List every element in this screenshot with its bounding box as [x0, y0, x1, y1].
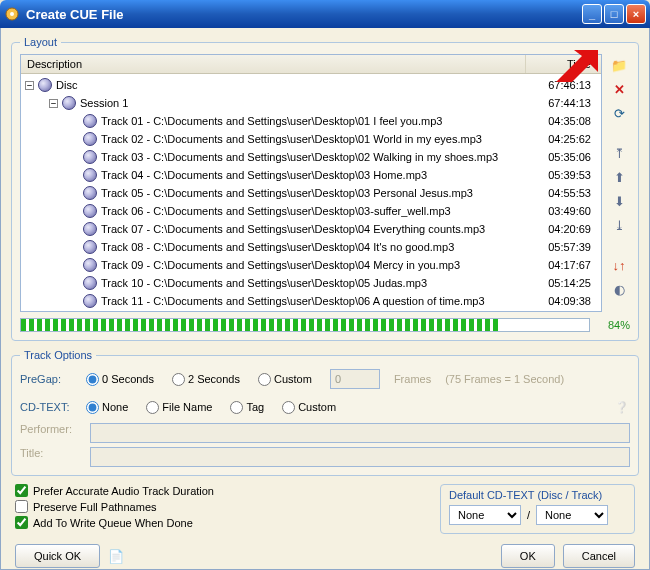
column-description[interactable]: Description [21, 55, 526, 73]
performer-input[interactable] [90, 423, 630, 443]
tree-body[interactable]: − Disc 67:46:13 − Session 1 [21, 74, 601, 310]
row-time: 04:17:67 [533, 259, 601, 271]
cancel-button[interactable]: Cancel [563, 544, 635, 568]
row-time: 04:20:69 [533, 223, 601, 235]
row-time: 67:44:13 [533, 97, 601, 109]
row-label: Track 11 - C:\Documents and Settings\use… [101, 295, 485, 307]
title-input[interactable] [90, 447, 630, 467]
tree-row-disc[interactable]: − Disc 67:46:13 [21, 76, 601, 94]
cdtext-tag-radio[interactable]: Tag [230, 401, 264, 414]
track-icon [83, 168, 97, 182]
refresh-button[interactable]: ⟳ [610, 104, 628, 122]
expander-icon[interactable]: − [49, 99, 58, 108]
tree-row-track[interactable]: Track 06 - C:\Documents and Settings\use… [21, 202, 601, 220]
ok-button[interactable]: OK [501, 544, 555, 568]
pregap-2s-radio[interactable]: 2 Seconds [172, 373, 240, 386]
capacity-progress [20, 318, 590, 332]
move-up-button[interactable]: ⬆ [610, 168, 628, 186]
open-folder-button[interactable]: 📁 [610, 56, 628, 74]
separator: / [527, 509, 530, 521]
track-icon [83, 294, 97, 308]
move-down-button[interactable]: ⬇ [610, 192, 628, 210]
quick-ok-button[interactable]: Quick OK [15, 544, 100, 568]
track-icon [83, 150, 97, 164]
default-cdtext-group: Default CD-TEXT (Disc / Track) None / No… [440, 484, 635, 534]
pregap-custom-radio[interactable]: Custom [258, 373, 312, 386]
tree-row-track[interactable]: Track 02 - C:\Documents and Settings\use… [21, 130, 601, 148]
tree-row-track[interactable]: Track 11 - C:\Documents and Settings\use… [21, 292, 601, 310]
row-label: Track 08 - C:\Documents and Settings\use… [101, 241, 454, 253]
move-top-button[interactable]: ⤒ [610, 144, 628, 162]
tree-row-track[interactable]: Track 04 - C:\Documents and Settings\use… [21, 166, 601, 184]
cdtext-label: CD-TEXT: [20, 401, 80, 413]
sort-button[interactable]: ↓↑ [610, 256, 628, 274]
track-tree[interactable]: Description Time − Disc 67:46:13 [20, 54, 602, 312]
row-time: 67:46:13 [533, 79, 601, 91]
add-write-queue-checkbox[interactable]: Add To Write Queue When Done [15, 516, 214, 529]
move-bottom-button[interactable]: ⤓ [610, 216, 628, 234]
default-disc-select[interactable]: None [449, 505, 521, 525]
track-options-group: Track Options PreGap: 0 Seconds 2 Second… [11, 349, 639, 476]
app-icon [4, 6, 20, 22]
track-icon [83, 114, 97, 128]
track-icon [83, 276, 97, 290]
row-time: 05:57:39 [533, 241, 601, 253]
pregap-custom-input[interactable] [330, 369, 380, 389]
cdtext-none-radio[interactable]: None [86, 401, 128, 414]
svg-point-1 [10, 12, 14, 16]
tree-row-session[interactable]: − Session 1 67:44:13 [21, 94, 601, 112]
row-time: 05:35:06 [533, 151, 601, 163]
performer-label: Performer: [20, 423, 80, 443]
side-toolbar: 📁 ✕ ⟳ ⤒ ⬆ ⬇ ⤓ ↓↑ ◐ [608, 54, 630, 312]
row-time: 04:25:62 [533, 133, 601, 145]
pregap-label: PreGap: [20, 373, 80, 385]
row-label: Track 07 - C:\Documents and Settings\use… [101, 223, 485, 235]
track-icon [83, 204, 97, 218]
row-time: 05:14:25 [533, 277, 601, 289]
row-time: 04:09:38 [533, 295, 601, 307]
tree-row-track[interactable]: Track 10 - C:\Documents and Settings\use… [21, 274, 601, 292]
close-button[interactable]: × [626, 4, 646, 24]
row-label: Track 04 - C:\Documents and Settings\use… [101, 169, 427, 181]
column-time[interactable]: Time [526, 55, 601, 73]
toggle-button[interactable]: ◐ [610, 280, 628, 298]
default-track-select[interactable]: None [536, 505, 608, 525]
help-icon[interactable]: ❔ [614, 399, 630, 415]
track-icon [83, 186, 97, 200]
expander-icon[interactable]: − [25, 81, 34, 90]
cdtext-filename-radio[interactable]: File Name [146, 401, 212, 414]
track-icon [83, 132, 97, 146]
prefer-accurate-checkbox[interactable]: Prefer Accurate Audio Track Duration [15, 484, 214, 497]
document-icon[interactable]: 📄 [108, 549, 124, 564]
frames-label: Frames [394, 373, 431, 385]
cdtext-custom-radio[interactable]: Custom [282, 401, 336, 414]
window-title: Create CUE File [26, 7, 582, 22]
tree-row-track[interactable]: Track 07 - C:\Documents and Settings\use… [21, 220, 601, 238]
layout-group: Layout Description Time − Disc [11, 36, 639, 341]
disc-icon [38, 78, 52, 92]
default-cdtext-legend: Default CD-TEXT (Disc / Track) [449, 489, 626, 501]
track-icon [83, 258, 97, 272]
preserve-pathnames-checkbox[interactable]: Preserve Full Pathnames [15, 500, 214, 513]
minimize-button[interactable]: _ [582, 4, 602, 24]
tree-row-track[interactable]: Track 09 - C:\Documents and Settings\use… [21, 256, 601, 274]
row-label: Track 01 - C:\Documents and Settings\use… [101, 115, 442, 127]
session-icon [62, 96, 76, 110]
layout-legend: Layout [20, 36, 61, 48]
pregap-0s-radio[interactable]: 0 Seconds [86, 373, 154, 386]
client-area: Layout Description Time − Disc [0, 28, 650, 570]
row-time: 04:55:53 [533, 187, 601, 199]
row-label: Track 02 - C:\Documents and Settings\use… [101, 133, 482, 145]
tree-row-track[interactable]: Track 05 - C:\Documents and Settings\use… [21, 184, 601, 202]
tree-row-track[interactable]: Track 08 - C:\Documents and Settings\use… [21, 238, 601, 256]
tree-row-track[interactable]: Track 03 - C:\Documents and Settings\use… [21, 148, 601, 166]
maximize-button[interactable]: □ [604, 4, 624, 24]
delete-button[interactable]: ✕ [610, 80, 628, 98]
row-label: Session 1 [80, 97, 128, 109]
tree-row-track[interactable]: Track 01 - C:\Documents and Settings\use… [21, 112, 601, 130]
row-time: 04:35:08 [533, 115, 601, 127]
row-label: Track 06 - C:\Documents and Settings\use… [101, 205, 451, 217]
frames-note: (75 Frames = 1 Second) [445, 373, 564, 385]
track-options-legend: Track Options [20, 349, 96, 361]
title-label: Title: [20, 447, 80, 467]
